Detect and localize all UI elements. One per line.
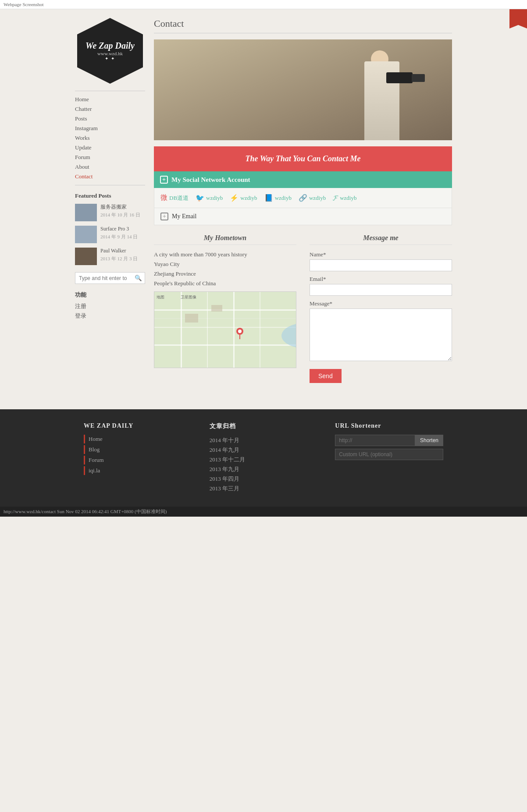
svg-rect-9 — [185, 314, 198, 323]
weibo-label: DB道道 — [169, 194, 189, 202]
custom-url-input[interactable] — [335, 449, 443, 460]
svg-text:卫星图像: 卫星图像 — [181, 295, 196, 299]
nav-posts[interactable]: Posts — [75, 114, 145, 124]
footer-home[interactable]: Home — [84, 435, 192, 443]
logo-title: We Zap Daily — [85, 41, 135, 51]
footer-blog[interactable]: Blog — [84, 445, 192, 454]
search-box: 🔍 — [75, 272, 145, 284]
svg-rect-1 — [154, 327, 296, 328]
login-link[interactable]: 登录 — [75, 311, 145, 321]
footer-iqila[interactable]: iqi.la — [84, 466, 192, 475]
social-weibo[interactable]: 微 DB道道 — [160, 193, 189, 202]
footer-nav: Home Blog Forum iqi.la — [84, 435, 192, 475]
nav-forum[interactable]: Forum — [75, 152, 145, 162]
main-nav: Home Chatter Posts Instagram Works Updat… — [75, 91, 145, 185]
message-textarea[interactable] — [310, 308, 452, 361]
register-link[interactable]: 注册 — [75, 301, 145, 311]
hometown-province: Zhejiang Province — [154, 270, 296, 277]
fp-thumb-3 — [75, 248, 97, 265]
fp-info-1: 服务器搬家 2014 年 10 月 16 日 — [100, 204, 140, 218]
nav-home[interactable]: Home — [75, 95, 145, 104]
footer: WE ZAP DAILY Home Blog Forum iqi.la 文章归档… — [0, 409, 527, 507]
list-item: 服务器搬家 2014 年 10 月 16 日 — [75, 204, 145, 221]
vine-icon: 📘 — [264, 194, 273, 202]
status-bar: http://www.wzd.hk/contact Sun Nov 02 201… — [0, 507, 527, 517]
fp-info-3: Paul Walker 2013 年 12 月 3 日 — [100, 248, 138, 262]
map-container[interactable]: 地图 卫星图像 — [154, 291, 296, 368]
hero-figure — [356, 44, 417, 140]
social-twitter[interactable]: 🐦 wzdiyb — [196, 194, 223, 202]
hero-image — [154, 39, 452, 140]
archive-link[interactable]: 2013 年三月 — [210, 484, 318, 493]
archive-link[interactable]: 2014 年十月 — [210, 436, 318, 445]
bookmark-icon — [509, 9, 527, 28]
sidebar-func: 功能 注册 登录 — [75, 291, 145, 321]
svg-point-12 — [238, 330, 242, 333]
fp-title-2[interactable]: Surface Pro 3 — [100, 226, 138, 233]
social-plus-icon: + — [160, 176, 168, 184]
hometown-desc: A city with more than 7000 years history — [154, 251, 296, 258]
social-vine[interactable]: 📘 wzdiyb — [264, 194, 292, 202]
hometown-text: A city with more than 7000 years history… — [154, 251, 296, 287]
twitter-icon: 🐦 — [196, 194, 204, 202]
email-label: Email* — [310, 276, 452, 283]
svg-rect-7 — [260, 292, 260, 368]
search-button[interactable]: 🔍 — [132, 273, 145, 284]
logo-stars: ✦ ✦ — [105, 56, 116, 61]
url-row: Shorten — [335, 435, 443, 446]
qq-icon: ⚡ — [230, 194, 239, 202]
social-other[interactable]: 🔗 wzdiyb — [299, 194, 326, 202]
fp-title-1[interactable]: 服务器搬家 — [100, 204, 140, 211]
social-facebook[interactable]: 𝓕 wzdiyb — [333, 194, 356, 202]
footer-url-heading: URL Shortener — [335, 422, 443, 429]
twitter-label: wzdiyb — [206, 195, 223, 202]
send-button[interactable]: Send — [310, 369, 342, 383]
top-bar: Webpage Screenshot — [0, 0, 527, 9]
facebook-icon: 𝓕 — [333, 194, 338, 202]
nav-update[interactable]: Update — [75, 143, 145, 152]
nav-instagram[interactable]: Instagram — [75, 124, 145, 133]
hometown-country: People's Republic of China — [154, 280, 296, 287]
status-text: http://www.wzd.hk/contact Sun Nov 02 201… — [4, 509, 167, 514]
svg-rect-0 — [154, 309, 296, 311]
social-qq[interactable]: ⚡ wzdiyb — [230, 194, 257, 202]
shorten-button[interactable]: Shorten — [415, 435, 443, 446]
svg-rect-10 — [211, 305, 222, 312]
email-group: Email* — [310, 276, 452, 296]
archive-link[interactable]: 2013 年十二月 — [210, 455, 318, 465]
hometown-col: My Hometown A city with more than 7000 y… — [154, 234, 296, 383]
other-icon: 🔗 — [299, 194, 307, 202]
archive-link[interactable]: 2014 年九月 — [210, 445, 318, 455]
svg-rect-2 — [154, 344, 296, 346]
social-heading: My Social Network Account — [171, 176, 250, 184]
name-label: Name* — [310, 251, 452, 258]
nav-works[interactable]: Works — [75, 133, 145, 143]
footer-forum[interactable]: Forum — [84, 456, 192, 465]
hometown-city: Yuyao City — [154, 261, 296, 268]
hometown-title: My Hometown — [154, 234, 296, 245]
email-section[interactable]: + My Email — [154, 208, 452, 225]
nav-about[interactable]: About — [75, 162, 145, 172]
featured-posts-heading: Featured Posts — [75, 192, 145, 199]
url-input[interactable] — [335, 435, 415, 446]
fp-thumb-1 — [75, 204, 97, 221]
figure-camera — [386, 72, 413, 83]
footer-site-col: WE ZAP DAILY Home Blog Forum iqi.la — [84, 422, 192, 493]
contact-banner[interactable]: The Way That You Can Contact Me — [154, 146, 452, 171]
facebook-label: wzdiyb — [340, 195, 356, 202]
archive-link[interactable]: 2013 年九月 — [210, 465, 318, 474]
search-input[interactable] — [75, 273, 132, 284]
email-plus-icon: + — [160, 213, 168, 220]
email-input[interactable] — [310, 284, 452, 296]
svg-rect-3 — [154, 318, 296, 319]
fp-title-3[interactable]: Paul Walker — [100, 248, 138, 255]
map-svg: 地图 卫星图像 — [154, 292, 296, 368]
archive-link[interactable]: 2013 年四月 — [210, 474, 318, 484]
nav-chatter[interactable]: Chatter — [75, 104, 145, 114]
logo-wrap: We Zap Daily www.wzd.hk ✦ ✦ — [75, 18, 145, 84]
social-section-header[interactable]: + My Social Network Account — [154, 171, 452, 188]
nav-contact[interactable]: Contact — [75, 172, 145, 181]
name-input[interactable] — [310, 259, 452, 271]
svg-rect-5 — [207, 292, 208, 368]
vine-label: wzdiyb — [275, 195, 292, 202]
